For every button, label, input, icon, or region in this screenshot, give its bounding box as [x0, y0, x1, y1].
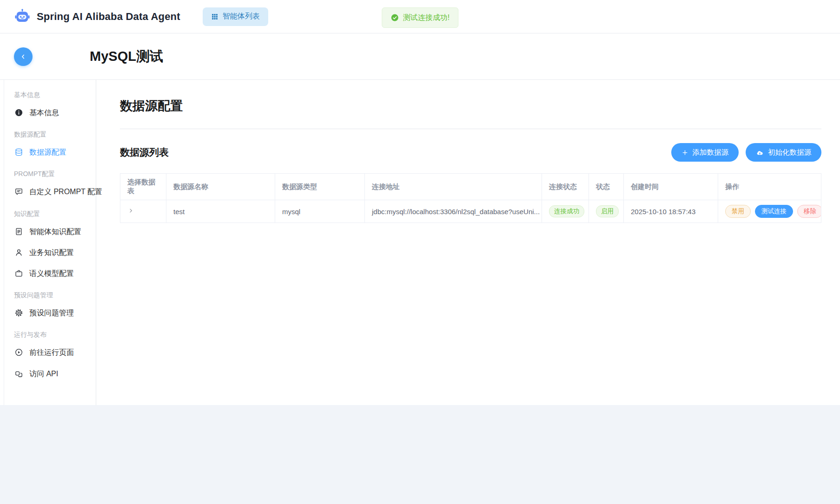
- cell-connection-status: 连接成功: [542, 200, 589, 223]
- col-header-status: 状态: [589, 174, 624, 200]
- content-area: 基本信息 基本信息 数据源配置 数据源配置 PROMPT配置: [0, 80, 840, 405]
- top-header: Spring AI Alibaba Data Agent 智能体列表 测试连接成…: [0, 0, 840, 33]
- col-header-name: 数据源名称: [166, 174, 275, 200]
- play-circle-icon: [14, 348, 23, 357]
- cell-url: jdbc:mysql://localhost:3306/nl2sql_datab…: [365, 200, 542, 223]
- col-header-type: 数据源类型: [275, 174, 365, 200]
- back-button[interactable]: [14, 47, 33, 66]
- cell-name: test: [166, 200, 275, 223]
- sidebar-group-label: PROMPT配置: [0, 163, 96, 181]
- sidebar-item-label: 业务知识配置: [29, 248, 74, 257]
- col-header-select-table: 选择数据表: [120, 174, 166, 200]
- info-icon: [14, 108, 23, 117]
- init-datasource-button[interactable]: 初始化数据源: [746, 143, 821, 162]
- disable-button[interactable]: 禁用: [725, 205, 751, 218]
- sidebar-group-label: 预设问题管理: [0, 284, 96, 302]
- upload-cloud-icon: [756, 149, 764, 157]
- sidebar-group-label: 运行与发布: [0, 323, 96, 342]
- sidebar-item-label: 智能体知识配置: [29, 227, 81, 236]
- cell-status: 启用: [589, 200, 624, 223]
- sidebar-item-semantic-model-config[interactable]: 语义模型配置: [0, 263, 96, 284]
- sidebar-item-business-knowledge-config[interactable]: 业务知识配置: [0, 242, 96, 263]
- table-row: test mysql jdbc:mysql://localhost:3306/n…: [120, 200, 821, 223]
- database-icon: [14, 148, 23, 157]
- app-title: Spring AI Alibaba Data Agent: [37, 11, 180, 23]
- sidebar-group-label: 数据源配置: [0, 123, 96, 142]
- cell-actions: 禁用 测试连接 移除: [718, 200, 821, 223]
- agent-title: MySQL测试: [90, 47, 163, 66]
- sidebar-item-label: 自定义 PROMPT 配置: [29, 187, 102, 196]
- row-actions: 禁用 测试连接 移除: [725, 205, 814, 218]
- connection-status-badge: 连接成功: [549, 205, 584, 217]
- agent-header: MySQL测试: [0, 33, 840, 80]
- chevron-left-icon: [19, 52, 27, 61]
- agent-avatar: [51, 42, 81, 72]
- sidebar-group-label: 基本信息: [0, 84, 96, 102]
- add-datasource-button[interactable]: 添加数据源: [671, 143, 739, 162]
- table-header-row: 选择数据表 数据源名称 数据源类型 连接地址 连接状态 状态 创建时间 操作: [120, 174, 821, 200]
- sidebar-item-go-to-run-page[interactable]: 前往运行页面: [0, 342, 96, 363]
- page-title: 数据源配置: [120, 98, 821, 114]
- sidebar-item-custom-prompt-config[interactable]: 自定义 PROMPT 配置: [0, 181, 96, 202]
- list-title: 数据源列表: [120, 146, 169, 159]
- cell-type: mysql: [275, 200, 365, 223]
- chat-icon: [14, 187, 23, 196]
- init-datasource-label: 初始化数据源: [768, 148, 811, 157]
- sidebar-item-label: 基本信息: [29, 108, 59, 117]
- robot-icon: [14, 8, 31, 25]
- sidebar-item-basic-info[interactable]: 基本信息: [0, 102, 96, 123]
- agent-list-button[interactable]: 智能体列表: [203, 7, 268, 26]
- col-header-connection-status: 连接状态: [542, 174, 589, 200]
- sidebar-group-label: 知识配置: [0, 203, 96, 221]
- sidebar: 基本信息 基本信息 数据源配置 数据源配置 PROMPT配置: [0, 80, 96, 405]
- grid-icon: [211, 13, 218, 20]
- col-header-actions: 操作: [718, 174, 821, 200]
- plus-icon: [681, 149, 688, 156]
- gear-icon: [14, 308, 23, 317]
- sidebar-item-preset-question-management[interactable]: 预设问题管理: [0, 302, 96, 323]
- chevron-right-icon[interactable]: [127, 207, 134, 214]
- main-panel: 数据源配置 数据源列表 添加数据源: [96, 80, 840, 405]
- col-header-created-time: 创建时间: [624, 174, 718, 200]
- toast-message: 测试连接成功!: [403, 13, 450, 23]
- briefcase-icon: [14, 269, 23, 278]
- list-actions: 添加数据源 初始化数据源: [671, 143, 822, 162]
- sidebar-item-label: 访问 API: [29, 369, 58, 378]
- cell-created-time: 2025-10-10 18:57:43: [624, 200, 718, 223]
- test-connection-button[interactable]: 测试连接: [755, 205, 793, 218]
- sidebar-item-access-api[interactable]: 访问 API: [0, 363, 96, 384]
- sidebar-item-datasource-config[interactable]: 数据源配置: [0, 142, 96, 163]
- user-icon: [14, 248, 23, 257]
- agent-list-button-label: 智能体列表: [223, 12, 260, 21]
- status-badge: 启用: [596, 205, 619, 217]
- link-icon: [14, 369, 23, 378]
- document-icon: [14, 227, 23, 236]
- datasource-table: 选择数据表 数据源名称 数据源类型 连接地址 连接状态 状态 创建时间 操作: [120, 173, 821, 223]
- sidebar-item-agent-knowledge-config[interactable]: 智能体知识配置: [0, 221, 96, 242]
- success-toast: 测试连接成功!: [382, 7, 458, 28]
- sidebar-item-label: 数据源配置: [29, 148, 66, 157]
- col-header-url: 连接地址: [365, 174, 542, 200]
- list-header: 数据源列表 添加数据源: [120, 143, 821, 162]
- divider: [120, 129, 821, 129]
- sidebar-item-label: 前往运行页面: [29, 348, 74, 357]
- sidebar-item-label: 语义模型配置: [29, 269, 74, 278]
- add-datasource-label: 添加数据源: [693, 148, 729, 157]
- cell-expand: [120, 200, 166, 223]
- check-circle-icon: [390, 13, 399, 22]
- remove-button[interactable]: 移除: [797, 205, 821, 218]
- sidebar-item-label: 预设问题管理: [29, 308, 74, 317]
